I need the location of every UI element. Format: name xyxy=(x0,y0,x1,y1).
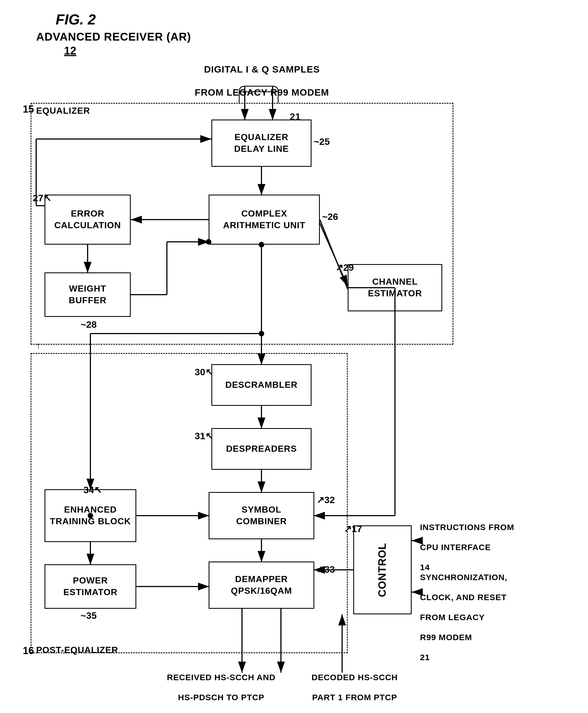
desp-num: 31↖ xyxy=(195,430,213,441)
top-label-line2: FROM LEGACY R99 MODEM xyxy=(195,87,329,98)
sc-num: ↗32 xyxy=(317,494,335,505)
power-estimator-box: POWER ESTIMATOR xyxy=(44,564,136,609)
figure-subtitle-num: 12 xyxy=(64,44,77,57)
equalizer-num: ↑ xyxy=(36,341,41,351)
sync-annotation: SYNCHRONIZATION, CLOCK, AND RESET FROM L… xyxy=(420,572,507,620)
equalizer-ref-num: 15 xyxy=(23,103,34,115)
pe-num: ~35 xyxy=(81,610,97,621)
error-calculation-box: ERROR CALCULATION xyxy=(44,195,131,245)
equalizer-label: EQUALIZER xyxy=(36,106,90,116)
ctrl-num: ↗17 xyxy=(344,523,362,534)
despreaders-box: DESPREADERS xyxy=(211,428,312,470)
channel-estimator-box: CHANNEL ESTIMATOR xyxy=(348,264,442,311)
figure-title: FIG. 2 xyxy=(56,11,96,28)
equalizer-delay-line-box: EQUALIZER DELAY LINE xyxy=(211,120,312,167)
control-box: CONTROL xyxy=(353,525,412,614)
instructions-annotation: INSTRUCTIONS FROM CPU INTERFACE 14 xyxy=(420,523,514,551)
ce-num: ↗29 xyxy=(335,262,354,273)
descrambler-box: DESCRAMBLER xyxy=(211,364,312,406)
symbol-combiner-box: SYMBOL COMBINER xyxy=(209,492,314,539)
etb-num: 34↖ xyxy=(83,484,102,495)
output-annotation: RECEIVED HS-SCCH AND HS-PDSCH TO PTCP 13 xyxy=(167,673,276,701)
weight-buffer-box: WEIGHT BUFFER xyxy=(44,273,131,317)
cau-num: ~26 xyxy=(322,211,338,222)
decoded-annotation: DECODED HS-SCCH PART 1 FROM PTCP 13 xyxy=(312,673,398,701)
ec-num: 27↖ xyxy=(33,192,51,203)
demapper-box: DEMAPPER QPSK/16QAM xyxy=(209,562,314,609)
complex-arithmetic-unit-box: COMPLEX ARITHMETIC UNIT xyxy=(209,195,320,245)
post-equalizer-ref-num: 16 xyxy=(23,645,34,656)
enhanced-training-block-box: ENHANCED TRAINING BLOCK xyxy=(44,489,136,542)
wb-num: ~28 xyxy=(81,319,97,330)
edl-num: ~25 xyxy=(314,136,330,147)
dm-num: ↗33 xyxy=(317,564,335,575)
desc-num: 30↖ xyxy=(195,366,213,377)
figure-subtitle: ADVANCED RECEIVER (AR) xyxy=(36,30,191,43)
post-equalizer-label: POST-EQUALIZER xyxy=(36,645,118,655)
top-label-line1: DIGITAL I & Q SAMPLES xyxy=(195,64,329,75)
